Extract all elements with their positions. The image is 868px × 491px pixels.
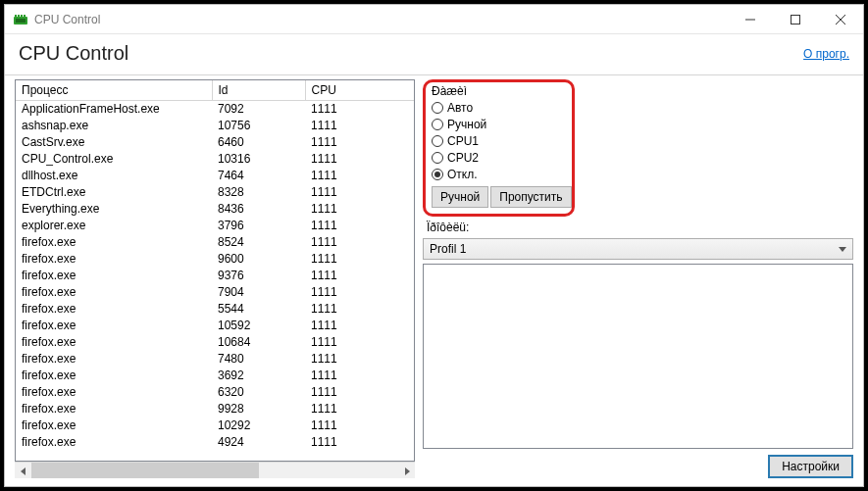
table-row[interactable]: firefox.exe102921111 [16, 417, 414, 433]
mode-radio[interactable]: CPU1 [432, 132, 566, 149]
cell-id: 10292 [212, 417, 305, 433]
profiles-label: Ïðîôèëü: [423, 221, 853, 234]
table-row[interactable]: firefox.exe63201111 [16, 383, 414, 400]
radio-icon [432, 152, 443, 164]
cell-proc: explorer.exe [16, 217, 212, 233]
cell-cpu: 1111 [305, 250, 414, 267]
svg-rect-1 [16, 19, 26, 23]
header: CPU Control О прогр. [5, 34, 863, 75]
table-row[interactable]: Everything.exe84361111 [16, 200, 414, 217]
cell-id: 7904 [212, 283, 305, 300]
window-title: CPU Control [34, 13, 100, 26]
table-row[interactable]: ETDCtrl.exe83281111 [16, 183, 414, 200]
cell-cpu: 1111 [305, 167, 414, 183]
page-title: CPU Control [19, 42, 128, 65]
radio-label: CPU2 [447, 151, 479, 165]
table-row[interactable]: ApplicationFrameHost.exe70921111 [16, 100, 414, 117]
table-row[interactable]: firefox.exe93761111 [16, 267, 414, 283]
cell-cpu: 1111 [305, 117, 414, 133]
cell-cpu: 1111 [305, 433, 414, 450]
cell-id: 6460 [212, 133, 305, 150]
column-header-id[interactable]: Id [212, 80, 305, 100]
cell-cpu: 1111 [305, 400, 414, 417]
cell-proc: CastSrv.exe [16, 133, 212, 150]
scroll-left-arrow[interactable] [15, 463, 31, 479]
cell-proc: firefox.exe [16, 333, 212, 350]
table-row[interactable]: firefox.exe49241111 [16, 433, 414, 450]
svg-rect-7 [791, 15, 800, 24]
svg-rect-2 [15, 15, 17, 17]
cell-proc: firefox.exe [16, 300, 212, 317]
column-header-cpu[interactable]: CPU [305, 80, 414, 100]
cell-proc: ApplicationFrameHost.exe [16, 100, 212, 117]
svg-rect-4 [21, 15, 23, 17]
application-window: CPU Control CPU Control О прогр. Процесс… [4, 4, 864, 487]
mode-radio[interactable]: Авто [432, 99, 566, 116]
cell-id: 10316 [212, 150, 305, 167]
cell-proc: firefox.exe [16, 350, 212, 367]
cell-proc: ashsnap.exe [16, 117, 212, 133]
mode-radio[interactable]: CPU2 [432, 149, 566, 166]
table-row[interactable]: ashsnap.exe107561111 [16, 117, 414, 133]
mode-radio[interactable]: Откл. [432, 166, 566, 182]
cell-cpu: 1111 [305, 333, 414, 350]
close-button[interactable] [818, 5, 863, 34]
profile-select[interactable]: Profil 1 [423, 238, 853, 260]
column-header-process[interactable]: Процесс [16, 80, 212, 100]
cell-id: 7092 [212, 100, 305, 117]
cell-id: 9600 [212, 250, 305, 267]
cell-cpu: 1111 [305, 150, 414, 167]
cell-id: 8524 [212, 233, 305, 250]
table-row[interactable]: firefox.exe55441111 [16, 300, 414, 317]
cell-proc: firefox.exe [16, 367, 212, 383]
cell-id: 3796 [212, 217, 305, 233]
cell-id: 8436 [212, 200, 305, 217]
cell-proc: firefox.exe [16, 250, 212, 267]
cell-cpu: 1111 [305, 133, 414, 150]
table-row[interactable]: firefox.exe99281111 [16, 400, 414, 417]
radio-label: CPU1 [447, 134, 479, 148]
radio-label: Авто [447, 101, 473, 115]
radio-label: Ручной [447, 118, 486, 131]
cell-id: 5544 [212, 300, 305, 317]
app-icon [13, 13, 28, 26]
scroll-right-arrow[interactable] [398, 463, 415, 479]
cell-id: 7464 [212, 167, 305, 183]
maximize-button[interactable] [773, 5, 818, 34]
process-table[interactable]: Процесс Id CPU ApplicationFrameHost.exe7… [15, 79, 415, 462]
table-row[interactable]: firefox.exe85241111 [16, 233, 414, 250]
cell-cpu: 1111 [305, 100, 414, 117]
chevron-down-icon [839, 244, 846, 255]
table-row[interactable]: CPU_Control.exe103161111 [16, 150, 414, 167]
radio-icon [432, 169, 443, 180]
settings-button[interactable]: Настройки [768, 455, 853, 478]
table-row[interactable]: firefox.exe79041111 [16, 283, 414, 300]
cell-cpu: 1111 [305, 283, 414, 300]
table-row[interactable]: firefox.exe36921111 [16, 367, 414, 383]
titlebar[interactable]: CPU Control [5, 5, 863, 34]
cell-proc: firefox.exe [16, 400, 212, 417]
cell-id: 9376 [212, 267, 305, 283]
table-row[interactable]: firefox.exe74801111 [16, 350, 414, 367]
manual-button[interactable]: Ручной [432, 186, 488, 208]
cell-proc: Everything.exe [16, 200, 212, 217]
scroll-thumb[interactable] [31, 463, 259, 478]
about-link[interactable]: О прогр. [803, 47, 849, 61]
cell-cpu: 1111 [305, 317, 414, 333]
horizontal-scrollbar[interactable] [15, 462, 415, 478]
cell-cpu: 1111 [305, 233, 414, 250]
skip-button[interactable]: Пропустить [490, 186, 571, 208]
cell-cpu: 1111 [305, 217, 414, 233]
table-row[interactable]: CastSrv.exe64601111 [16, 133, 414, 150]
table-row[interactable]: firefox.exe96001111 [16, 250, 414, 267]
minimize-button[interactable] [728, 5, 773, 34]
table-row[interactable]: dllhost.exe74641111 [16, 167, 414, 183]
table-row[interactable]: firefox.exe106841111 [16, 333, 414, 350]
table-row[interactable]: firefox.exe105921111 [16, 317, 414, 333]
mode-radio[interactable]: Ручной [432, 116, 566, 132]
cell-proc: CPU_Control.exe [16, 150, 212, 167]
cell-proc: firefox.exe [16, 417, 212, 433]
table-row[interactable]: explorer.exe37961111 [16, 217, 414, 233]
svg-marker-12 [839, 247, 846, 252]
cell-cpu: 1111 [305, 300, 414, 317]
